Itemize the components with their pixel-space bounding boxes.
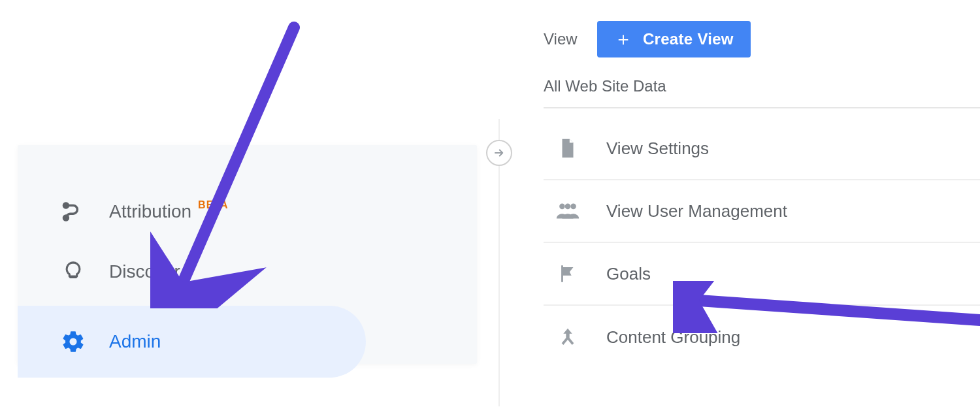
attribution-icon — [58, 199, 88, 224]
view-column: View ＋ Create View All Web Site Data Vie… — [485, 21, 980, 406]
sidebar-item-attribution[interactable]: Attribution BETA — [18, 182, 477, 242]
svg-marker-3 — [570, 139, 574, 143]
setting-label: View User Management — [606, 201, 787, 221]
merge-icon — [553, 326, 583, 348]
view-settings-list: View Settings View User Management Goals — [544, 118, 980, 368]
users-icon — [553, 200, 583, 222]
divider — [544, 107, 980, 108]
setting-user-management[interactable]: View User Management — [544, 180, 980, 243]
setting-goals[interactable]: Goals — [544, 243, 980, 306]
svg-point-4 — [559, 204, 565, 210]
svg-point-6 — [570, 204, 576, 210]
sidebar-item-label: Admin — [109, 331, 161, 352]
beta-badge: BETA — [198, 199, 228, 211]
setting-label: Content Grouping — [606, 327, 740, 348]
sidebar-snippet: Attribution BETA Discover Admin — [18, 145, 477, 364]
setting-content-grouping[interactable]: Content Grouping — [544, 306, 980, 368]
file-icon — [553, 137, 583, 159]
gear-icon — [58, 329, 88, 354]
flag-icon — [553, 263, 583, 285]
sidebar-item-admin[interactable]: Admin — [18, 306, 366, 378]
create-view-label: Create View — [643, 30, 734, 48]
plus-icon: ＋ — [614, 30, 632, 48]
collapse-column-button[interactable] — [486, 140, 512, 166]
sidebar-item-label: Discover — [109, 261, 180, 282]
sidebar-item-label: Attribution — [109, 201, 191, 222]
arrow-right-icon — [493, 147, 505, 159]
create-view-button[interactable]: ＋ Create View — [597, 21, 751, 57]
setting-label: Goals — [606, 264, 651, 284]
setting-view-settings[interactable]: View Settings — [544, 118, 980, 180]
view-column-label: View — [544, 30, 578, 48]
svg-point-5 — [565, 204, 571, 210]
svg-point-1 — [63, 216, 68, 220]
lightbulb-icon — [58, 261, 88, 283]
view-subtitle: All Web Site Data — [544, 77, 980, 95]
setting-label: View Settings — [606, 138, 709, 159]
sidebar-item-discover[interactable]: Discover — [18, 242, 477, 302]
